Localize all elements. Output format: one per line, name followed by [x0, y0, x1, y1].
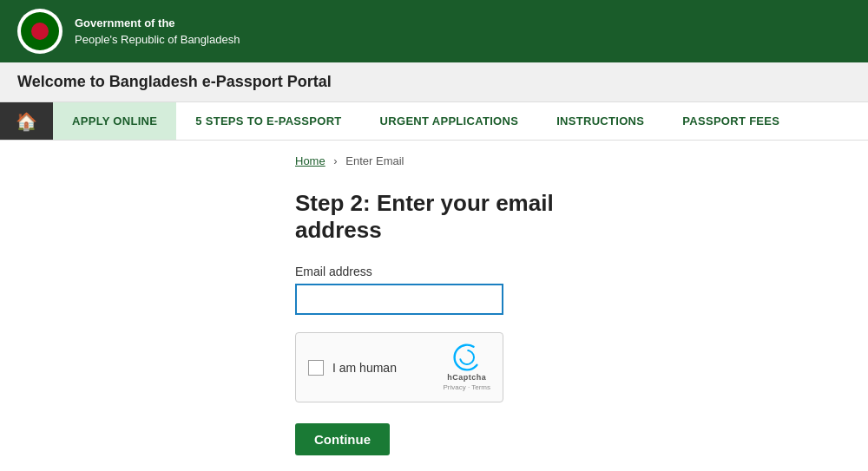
- government-logo: [17, 9, 62, 54]
- breadcrumb: Home › Enter Email: [0, 141, 868, 181]
- email-input[interactable]: [295, 284, 503, 315]
- captcha-widget: I am human hCaptcha Privacy · Terms: [295, 332, 503, 402]
- nav-apply-online[interactable]: APPLY ONLINE: [53, 102, 176, 140]
- main-content: Step 2: Enter your email address Email a…: [0, 181, 868, 471]
- email-form-group: Email address: [295, 265, 573, 315]
- captcha-checkbox[interactable]: [308, 360, 324, 376]
- nav-passport-fees[interactable]: PASSPORT FEES: [663, 102, 799, 140]
- captcha-left: I am human: [308, 360, 397, 376]
- welcome-bar: Welcome to Bangladesh e-Passport Portal: [0, 62, 868, 102]
- top-header: Government of the People's Republic of B…: [0, 0, 868, 62]
- captcha-logo: hCaptcha Privacy · Terms: [443, 343, 490, 391]
- captcha-privacy-text: Privacy · Terms: [443, 383, 490, 391]
- breadcrumb-current: Enter Email: [345, 154, 404, 167]
- breadcrumb-separator: ›: [333, 154, 337, 167]
- continue-button[interactable]: Continue: [295, 423, 390, 455]
- nav-bar: 🏠 APPLY ONLINE 5 STEPS TO e-PASSPORT URG…: [0, 102, 868, 141]
- svg-point-1: [460, 350, 474, 364]
- home-icon: 🏠: [16, 111, 37, 132]
- breadcrumb-home-link[interactable]: Home: [295, 154, 326, 167]
- step-title: Step 2: Enter your email address: [295, 190, 573, 244]
- header-line1: Government of the: [75, 15, 240, 32]
- nav-urgent-applications[interactable]: URGENT APPLICATIONS: [361, 102, 538, 140]
- hcaptcha-icon: [453, 343, 481, 371]
- email-label: Email address: [295, 265, 573, 278]
- home-nav-button[interactable]: 🏠: [0, 102, 53, 140]
- header-text: Government of the People's Republic of B…: [75, 15, 240, 49]
- welcome-text: Welcome to Bangladesh e-Passport Portal: [17, 73, 332, 90]
- captcha-brand-text: hCaptcha: [447, 373, 486, 382]
- nav-5-steps[interactable]: 5 STEPS TO e-PASSPORT: [176, 102, 360, 140]
- captcha-label: I am human: [332, 361, 397, 375]
- svg-point-0: [453, 343, 481, 371]
- header-line2: People's Republic of Bangladesh: [75, 31, 240, 49]
- nav-instructions[interactable]: INSTRUCTIONS: [537, 102, 663, 140]
